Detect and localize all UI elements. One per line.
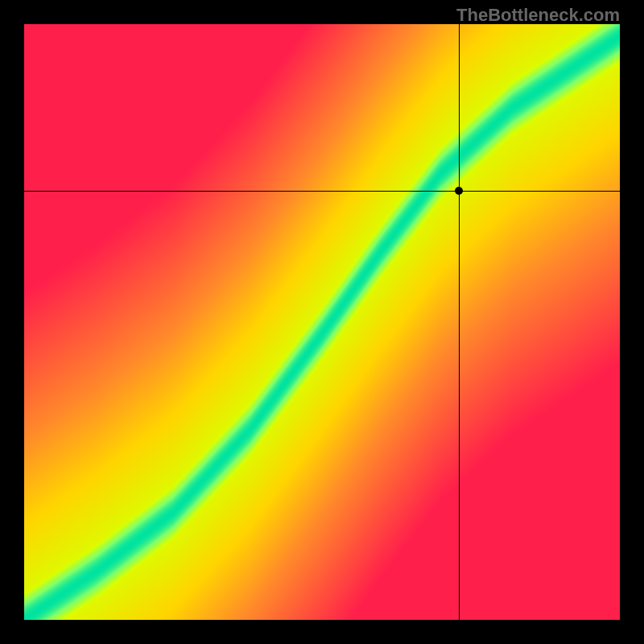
crosshair-dot	[455, 187, 463, 195]
crosshair-horizontal	[24, 191, 620, 192]
watermark-text: TheBottleneck.com	[456, 5, 620, 26]
crosshair-vertical	[459, 24, 460, 620]
heatmap-canvas	[24, 24, 620, 620]
